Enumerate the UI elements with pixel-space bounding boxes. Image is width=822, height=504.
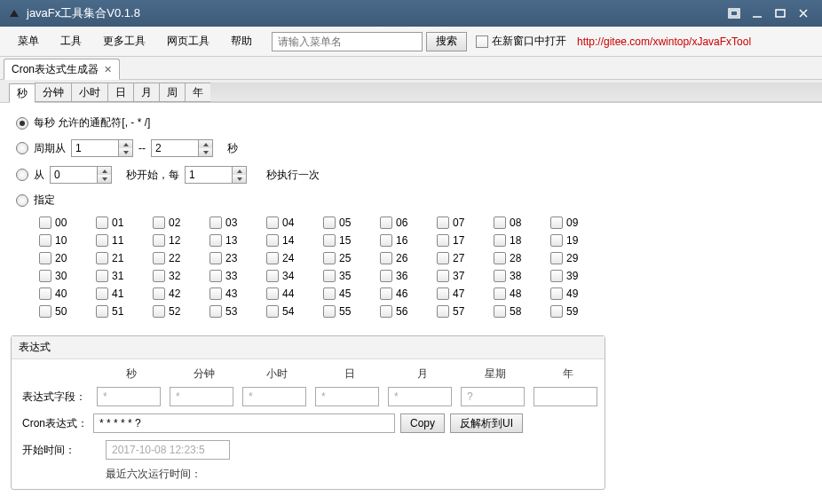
maximize-button[interactable] [769,4,792,22]
radio-wildcard[interactable] [16,117,28,130]
second-checkbox[interactable] [266,287,279,300]
second-checkbox[interactable] [39,270,51,282]
second-checkbox[interactable] [266,217,279,229]
fld-week[interactable] [461,387,525,406]
second-checkbox[interactable] [494,305,506,318]
second-checkbox[interactable] [323,234,336,247]
subtab-year[interactable]: 年 [185,83,211,102]
subtab-seconds[interactable]: 秒 [9,83,36,103]
second-checkbox[interactable] [209,305,222,318]
minimize-button[interactable] [746,4,769,22]
second-checkbox[interactable] [266,252,279,264]
second-checkbox[interactable] [550,252,563,264]
second-checkbox[interactable] [550,217,563,229]
second-checkbox[interactable] [323,287,336,300]
second-checkbox[interactable] [96,217,108,229]
second-checkbox[interactable] [380,270,392,282]
copy-button[interactable]: Copy [400,413,445,433]
cycle-to-spinner[interactable]: 2 [151,139,213,157]
second-checkbox[interactable] [153,252,165,264]
menu-item[interactable]: 工具 [51,30,91,52]
second-checkbox[interactable] [209,287,222,300]
second-checkbox[interactable] [380,217,392,229]
second-checkbox[interactable] [209,270,222,282]
second-checkbox[interactable] [96,234,108,247]
close-tab-icon[interactable]: ✕ [104,64,112,75]
cycle-from-spinner[interactable]: 1 [71,139,133,157]
second-checkbox[interactable] [39,234,51,247]
second-checkbox[interactable] [494,252,506,264]
second-checkbox[interactable] [437,217,449,229]
tab-cron[interactable]: Cron表达式生成器 ✕ [4,59,120,80]
second-checkbox[interactable] [153,217,165,229]
second-checkbox[interactable] [437,305,449,318]
second-checkbox[interactable] [494,217,506,229]
second-checkbox[interactable] [96,287,108,300]
fld-min[interactable] [170,387,233,406]
menu-item[interactable]: 网页工具 [158,30,218,52]
second-checkbox[interactable] [266,305,279,318]
fld-year[interactable] [534,387,597,406]
second-checkbox[interactable] [96,270,108,282]
second-checkbox[interactable] [39,217,51,229]
second-checkbox[interactable] [153,270,165,282]
subtab-week[interactable]: 周 [159,83,186,102]
fld-sec[interactable] [97,387,161,406]
radio-specify[interactable] [16,194,28,207]
second-checkbox[interactable] [380,234,392,247]
second-checkbox[interactable] [550,270,563,282]
project-link[interactable]: http://gitee.com/xwintop/xJavaFxTool [577,35,751,48]
fld-month[interactable] [388,387,452,406]
second-checkbox[interactable] [494,234,506,247]
second-checkbox[interactable] [153,287,165,300]
second-checkbox[interactable] [380,287,392,300]
second-checkbox[interactable] [209,234,222,247]
search-button[interactable]: 搜索 [426,32,467,51]
menu-item[interactable]: 更多工具 [94,30,154,52]
second-checkbox[interactable] [266,270,279,282]
menu-item[interactable]: 菜单 [9,30,48,52]
search-input[interactable] [272,32,423,51]
second-checkbox[interactable] [550,234,563,247]
second-checkbox[interactable] [96,252,108,264]
fld-day[interactable] [315,387,379,406]
second-checkbox[interactable] [437,287,449,300]
second-checkbox[interactable] [380,252,392,264]
second-checkbox[interactable] [550,305,563,318]
menu-item[interactable]: 帮助 [222,30,261,52]
from-every-spinner[interactable]: 1 [185,166,247,184]
second-checkbox[interactable] [323,217,336,229]
second-checkbox[interactable] [323,270,336,282]
second-checkbox[interactable] [39,287,51,300]
second-checkbox[interactable] [437,234,449,247]
maximize2-icon[interactable] [723,4,746,22]
second-checkbox[interactable] [380,305,392,318]
second-checkbox[interactable] [437,252,449,264]
start-time-input[interactable] [106,440,230,460]
open-new-window-checkbox[interactable] [476,35,488,48]
second-checkbox[interactable] [39,252,51,264]
second-checkbox[interactable] [494,287,506,300]
cron-input[interactable] [93,413,395,433]
second-checkbox[interactable] [550,287,563,300]
second-checkbox[interactable] [153,305,165,318]
second-checkbox[interactable] [96,305,108,318]
second-checkbox[interactable] [209,217,222,229]
close-button[interactable] [792,4,815,22]
second-checkbox[interactable] [323,305,336,318]
fld-hour[interactable] [242,387,306,406]
second-checkbox[interactable] [153,234,165,247]
from-start-spinner[interactable]: 0 [50,166,112,184]
subtab-day[interactable]: 日 [107,83,134,102]
second-checkbox[interactable] [39,305,51,318]
radio-cycle[interactable] [16,142,28,154]
second-checkbox[interactable] [494,270,506,282]
second-checkbox[interactable] [437,270,449,282]
parse-button[interactable]: 反解析到UI [450,413,523,433]
second-checkbox[interactable] [266,234,279,247]
second-checkbox[interactable] [209,252,222,264]
subtab-minutes[interactable]: 分钟 [35,83,72,102]
second-checkbox[interactable] [323,252,336,264]
radio-from[interactable] [16,169,28,181]
subtab-hours[interactable]: 小时 [71,83,108,102]
